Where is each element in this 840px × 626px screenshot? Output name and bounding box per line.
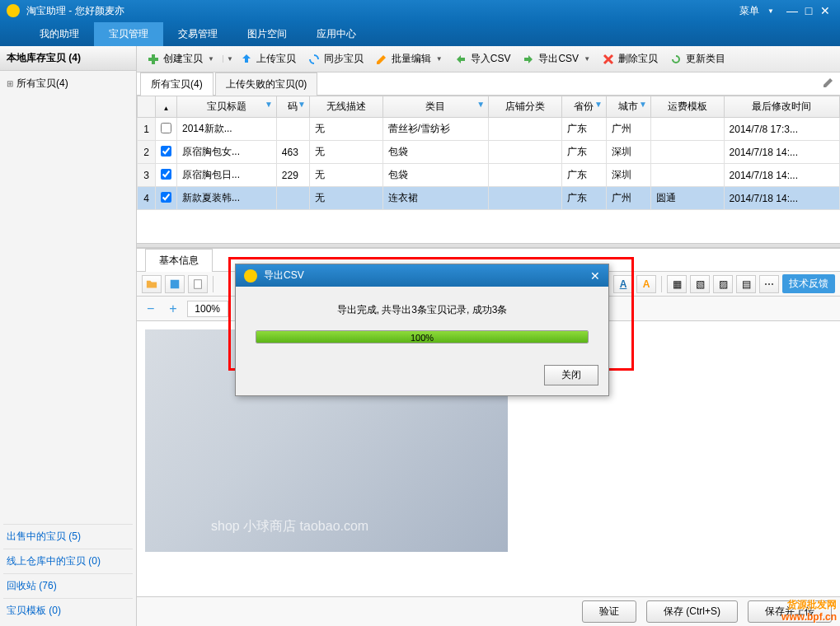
new-button[interactable] bbox=[188, 275, 208, 293]
cell-prov: 广东 bbox=[562, 164, 607, 187]
cell-title: 原宿胸包女... bbox=[177, 141, 277, 164]
col-time[interactable]: 最后修改时间 bbox=[724, 96, 839, 118]
cell-city: 深圳 bbox=[606, 141, 650, 164]
col-code[interactable]: 码▼ bbox=[276, 96, 309, 118]
link-templates[interactable]: 宝贝模板 (0) bbox=[3, 598, 133, 623]
cell-checkbox[interactable] bbox=[156, 187, 177, 210]
drop-arrow-icon[interactable]: ▼ bbox=[223, 55, 233, 63]
create-button[interactable]: 创建宝贝▼ bbox=[142, 49, 219, 68]
tab-product-manage[interactable]: 宝贝管理 bbox=[94, 22, 163, 46]
close-button[interactable]: ✕ bbox=[817, 4, 833, 17]
table-row[interactable]: 3原宿胸包日...229无包袋广东深圳2014/7/18 14:... bbox=[138, 164, 840, 187]
image-watermark: shop 小球商店 taobao.com bbox=[211, 518, 368, 535]
row-checkbox[interactable] bbox=[161, 192, 171, 203]
link-online-stock[interactable]: 线上仓库中的宝贝 (0) bbox=[3, 549, 133, 573]
feedback-button[interactable]: 技术反馈 bbox=[782, 274, 835, 293]
filter-icon[interactable]: ▼ bbox=[265, 100, 273, 109]
table-row[interactable]: 12014新款...无蕾丝衫/雪纺衫广东广州2014/7/8 17:3... bbox=[138, 118, 840, 141]
filter-icon[interactable]: ▼ bbox=[594, 100, 603, 109]
tab-image-space[interactable]: 图片空间 bbox=[232, 22, 302, 46]
image-button[interactable]: ▧ bbox=[690, 275, 710, 293]
cell-ship bbox=[650, 164, 724, 187]
link-button[interactable]: ▨ bbox=[713, 275, 733, 293]
highlight-button[interactable]: A bbox=[636, 275, 656, 293]
list-button[interactable]: ▤ bbox=[736, 275, 756, 293]
delete-button[interactable]: 删除宝贝 bbox=[597, 49, 663, 68]
col-rownum[interactable] bbox=[138, 96, 156, 118]
cell-prov: 广东 bbox=[562, 187, 607, 210]
menu-arrow-icon[interactable]: ▼ bbox=[767, 7, 774, 15]
sidebar-links: 出售中的宝贝 (5) 线上仓库中的宝贝 (0) 回收站 (76) 宝贝模板 (0… bbox=[0, 521, 136, 626]
table-row[interactable]: 4新款夏装韩...无连衣裙广东广州圆通2014/7/18 14:... bbox=[138, 187, 840, 210]
pencil-icon[interactable] bbox=[822, 76, 835, 89]
dialog-titlebar[interactable]: 导出CSV ✕ bbox=[236, 264, 608, 287]
titlebar: 淘宝助理 - 您好颜麦亦 菜单 ▼ — □ ✕ bbox=[0, 0, 840, 21]
cell-code bbox=[276, 118, 309, 141]
export-icon bbox=[522, 53, 535, 66]
col-city[interactable]: 城市▼ bbox=[606, 96, 650, 118]
dialog-body: 导出完成, 共导出3条宝贝记录, 成功3条 100% bbox=[236, 287, 608, 360]
batch-edit-button[interactable]: 批量编辑▼ bbox=[370, 49, 448, 68]
sync-button[interactable]: 同步宝贝 bbox=[303, 49, 368, 68]
tab-trade-manage[interactable]: 交易管理 bbox=[163, 22, 232, 46]
zoom-input[interactable] bbox=[187, 301, 228, 317]
refresh-button[interactable]: 更新类目 bbox=[664, 49, 730, 68]
more-button[interactable]: ⋯ bbox=[759, 275, 779, 293]
drop-arrow-icon[interactable]: ▼ bbox=[584, 55, 590, 63]
dialog-close-button[interactable]: ✕ bbox=[590, 269, 600, 283]
verify-button[interactable]: 验证 bbox=[582, 600, 636, 623]
col-wifi[interactable]: 无线描述 bbox=[309, 96, 382, 118]
save-button[interactable] bbox=[165, 275, 185, 293]
filter-icon[interactable]: ▼ bbox=[298, 100, 306, 109]
edit-icon bbox=[375, 53, 388, 66]
row-checkbox[interactable] bbox=[161, 123, 171, 133]
tree-item-all[interactable]: ⊞ 所有宝贝(4) bbox=[3, 74, 133, 93]
row-checkbox[interactable] bbox=[161, 169, 171, 180]
tab-my-assistant[interactable]: 我的助理 bbox=[25, 22, 94, 46]
import-csv-button[interactable]: 导入CSV bbox=[449, 49, 516, 68]
watermark-line1: 货源批发网 bbox=[781, 599, 837, 610]
link-selling[interactable]: 出售中的宝贝 (5) bbox=[3, 524, 133, 549]
cell-time: 2014/7/18 14:... bbox=[724, 187, 839, 210]
maximize-button[interactable]: □ bbox=[800, 4, 817, 17]
filter-icon[interactable]: ▼ bbox=[476, 100, 485, 109]
cell-city: 广州 bbox=[606, 118, 650, 141]
subtabs: 所有宝贝(4) 上传失败的宝贝(0) bbox=[137, 72, 840, 96]
dialog-close-btn[interactable]: 关闭 bbox=[544, 365, 598, 385]
upload-button[interactable]: 上传宝贝 bbox=[235, 49, 301, 68]
minimize-button[interactable]: — bbox=[784, 4, 800, 17]
link-recycle[interactable]: 回收站 (76) bbox=[3, 573, 133, 598]
zoom-in-button[interactable]: + bbox=[164, 301, 181, 316]
folder-button[interactable] bbox=[142, 275, 162, 293]
save-button[interactable]: 保存 (Ctrl+S) bbox=[646, 600, 738, 623]
subtab-all[interactable]: 所有宝贝(4) bbox=[140, 72, 214, 96]
col-ship[interactable]: 运费模板 bbox=[650, 96, 724, 118]
drop-arrow-icon[interactable]: ▼ bbox=[436, 55, 443, 63]
table-row[interactable]: 2原宿胸包女...463无包袋广东深圳2014/7/18 14:... bbox=[138, 141, 840, 164]
cell-shopcat bbox=[489, 141, 562, 164]
tab-app-center[interactable]: 应用中心 bbox=[302, 22, 371, 46]
cell-checkbox[interactable] bbox=[156, 141, 177, 164]
cell-checkbox[interactable] bbox=[156, 164, 177, 187]
export-csv-button[interactable]: 导出CSV▼ bbox=[517, 49, 595, 68]
detail-tab-basic[interactable]: 基本信息 bbox=[145, 249, 213, 272]
app-logo-icon bbox=[7, 4, 20, 17]
col-shopcat[interactable]: 店铺分类 bbox=[489, 96, 562, 118]
col-checkbox[interactable]: ▲ bbox=[156, 96, 177, 118]
cell-checkbox[interactable] bbox=[156, 118, 177, 141]
zoom-out-button[interactable]: − bbox=[142, 301, 159, 316]
menu-button[interactable]: 菜单 bbox=[739, 4, 759, 18]
app-title: 淘宝助理 - 您好颜麦亦 bbox=[26, 4, 739, 18]
filter-icon[interactable]: ▼ bbox=[639, 100, 647, 109]
drop-arrow-icon[interactable]: ▼ bbox=[208, 55, 214, 63]
col-cat[interactable]: 类目▼ bbox=[382, 96, 489, 118]
table-button[interactable]: ▦ bbox=[667, 275, 687, 293]
toolbar: 创建宝贝▼ ▼ 上传宝贝 同步宝贝 批量编辑▼ 导入CSV 导出CSV▼ bbox=[137, 46, 840, 72]
subtab-failed[interactable]: 上传失败的宝贝(0) bbox=[215, 72, 318, 96]
tree-expander-icon[interactable]: ⊞ bbox=[7, 79, 13, 88]
col-prov[interactable]: 省份▼ bbox=[562, 96, 607, 118]
col-title[interactable]: 宝贝标题▼ bbox=[177, 96, 277, 118]
cell-ship bbox=[650, 118, 724, 141]
cell-rownum: 1 bbox=[138, 118, 156, 141]
row-checkbox[interactable] bbox=[161, 146, 171, 156]
